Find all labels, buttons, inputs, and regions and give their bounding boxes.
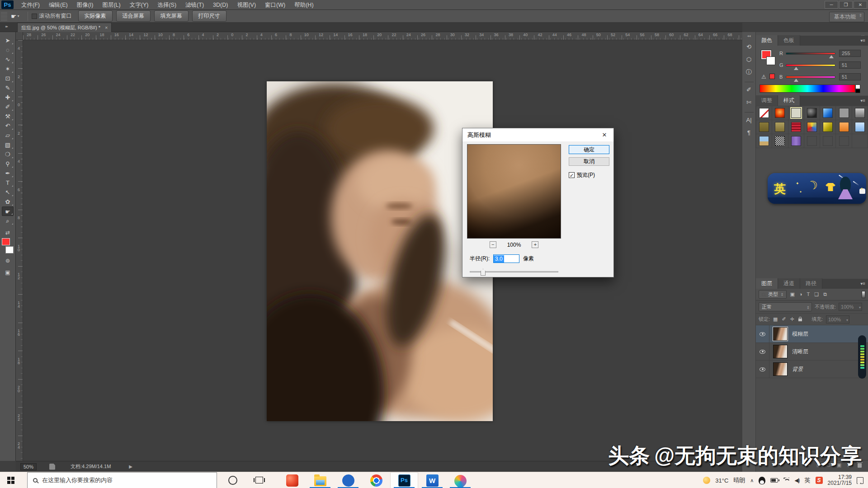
close-button[interactable]: ✕ [854, 1, 867, 9]
dodge-tool[interactable]: ⚲ [2, 159, 14, 169]
layers-footer-icon[interactable]: ❏ [847, 462, 852, 468]
menu-item[interactable]: 选择(S) [153, 0, 180, 10]
style-swatch[interactable] [852, 106, 868, 120]
character-panel-icon[interactable]: A| [744, 115, 755, 126]
eyedropper-tool[interactable]: ✎ [2, 83, 14, 93]
layer-filter-toggle[interactable] [862, 291, 865, 298]
screen-mode-icon[interactable]: ▣ [2, 268, 14, 277]
menu-item[interactable]: 编辑(E) [45, 0, 72, 10]
taskbar-app-office[interactable] [278, 472, 306, 488]
layer-filter-icon[interactable]: ❑ [814, 291, 819, 297]
speaker-icon[interactable]: ◀) [794, 477, 799, 483]
magic-wand-tool[interactable]: ✶ [2, 64, 14, 74]
web-color-swatch[interactable] [769, 74, 775, 79]
options-button[interactable]: 填充屏幕 [154, 10, 189, 22]
taskbar-app-file-explorer[interactable] [306, 472, 334, 488]
lock-icon[interactable] [798, 319, 802, 321]
lock-type-icon[interactable]: ✛ [790, 316, 794, 322]
layer-row[interactable]: 清晰层 [756, 343, 868, 361]
background-swatch[interactable] [5, 246, 14, 253]
pen-tool[interactable]: ✒ [2, 169, 14, 178]
tab-色板[interactable]: 色板 [778, 35, 800, 46]
status-arrow-icon[interactable]: ▶ [129, 464, 132, 469]
fill-dropdown[interactable]: 100% [826, 315, 849, 324]
layer-thumbnail[interactable] [773, 362, 788, 376]
channel-slider[interactable] [786, 64, 835, 66]
slider-thumb[interactable] [794, 79, 798, 82]
menu-item[interactable]: 滤镜(T) [181, 0, 208, 10]
custom-shape-tool[interactable]: ✿ [2, 197, 14, 206]
style-swatch[interactable] [804, 134, 820, 148]
start-button[interactable] [0, 472, 22, 488]
hand-tool[interactable]: ☛ [2, 206, 14, 216]
radius-input[interactable]: 3.0 [493, 254, 519, 263]
visibility-cell[interactable] [756, 325, 769, 343]
tab-通道[interactable]: 通道 [778, 278, 800, 289]
ok-button[interactable]: 确定 [569, 145, 609, 154]
style-swatch[interactable] [772, 106, 788, 120]
eye-icon[interactable] [760, 350, 765, 354]
slider-thumb[interactable] [481, 269, 486, 276]
qq-icon[interactable] [759, 477, 765, 484]
zoom-out-button[interactable]: − [490, 241, 496, 248]
weather-sun-icon[interactable] [703, 477, 710, 484]
layer-thumbnail[interactable] [773, 327, 788, 341]
style-swatch[interactable] [788, 134, 804, 148]
path-select-tool[interactable]: ↖ [2, 188, 14, 197]
restore-button[interactable]: ❐ [839, 1, 853, 9]
quick-mask-icon[interactable]: ⊚ [2, 256, 14, 265]
3d-panel-icon[interactable]: ⬡ [744, 54, 755, 65]
cancel-button[interactable]: 取消 [569, 157, 609, 166]
menu-item[interactable]: 图层(L) [98, 0, 124, 10]
status-zoom-level[interactable]: 50% [20, 463, 37, 470]
visibility-cell[interactable] [756, 361, 769, 378]
style-swatch[interactable] [804, 120, 820, 134]
taskbar-app-paint-3d[interactable] [446, 472, 474, 488]
crop-tool[interactable]: ⊡ [2, 74, 14, 83]
clone-stamp-tool[interactable]: ⚒ [2, 112, 14, 121]
info-panel-icon[interactable]: ⓘ [744, 67, 755, 78]
taskbar-app-photoshop[interactable]: Ps [390, 472, 418, 488]
taskbar-app-word[interactable]: W [418, 472, 446, 488]
eraser-tool[interactable]: ▱ [2, 131, 14, 140]
layers-footer-icon[interactable]: ▣ [837, 462, 841, 468]
close-tab-icon[interactable]: × [105, 23, 108, 32]
paragraph-panel-icon[interactable]: ¶ [744, 127, 755, 138]
layers-footer-icon[interactable]: ⚭ [807, 462, 811, 468]
taskbar-app-chrome[interactable] [362, 472, 390, 488]
chevron-down-icon[interactable]: ▾ [18, 14, 19, 18]
menu-item[interactable]: 文件(F) [17, 0, 44, 10]
menu-item[interactable]: 视图(V) [233, 0, 260, 10]
channel-slider[interactable] [786, 76, 835, 78]
move-tool[interactable]: ➤ [2, 36, 14, 45]
layer-filter-icon[interactable]: ▣ [790, 291, 795, 297]
tab-图层[interactable]: 图层 [756, 278, 778, 289]
menu-item[interactable]: 帮助(H) [290, 0, 317, 10]
style-swatch[interactable] [852, 120, 868, 134]
style-swatch[interactable] [836, 134, 851, 148]
weather-temperature[interactable]: 31°C [715, 477, 728, 484]
toolbar-collapse-icon[interactable]: ▸▸ [5, 24, 7, 28]
battery-icon[interactable] [770, 478, 778, 483]
document-image[interactable] [267, 81, 493, 421]
layer-filter-icon[interactable]: ◑ [799, 291, 802, 297]
dock-collapse-icon[interactable]: ◂◂ [747, 34, 750, 38]
foreground-swatch[interactable] [2, 238, 10, 245]
panel-menu-icon[interactable]: ▾≡ [860, 38, 865, 43]
lasso-tool[interactable]: ∿ [2, 55, 14, 64]
layer-row[interactable]: 模糊层 [756, 325, 868, 343]
swap-colors-icon[interactable]: ⇄ [2, 228, 14, 237]
input-method-indicator[interactable]: 英 [805, 476, 811, 484]
preview-checkbox[interactable]: ✓ [569, 172, 575, 178]
style-swatch[interactable] [788, 106, 804, 120]
brush-tool[interactable]: ✐ [2, 102, 14, 112]
eye-icon[interactable] [760, 367, 765, 371]
style-swatch[interactable] [788, 120, 804, 134]
style-swatch[interactable] [804, 106, 820, 120]
style-swatch[interactable] [772, 134, 788, 148]
layer-filter-icon[interactable]: ⧉ [823, 291, 827, 297]
tool-presets-panel-icon[interactable]: ✄ [744, 97, 755, 108]
slider-thumb[interactable] [794, 67, 798, 70]
zoom-in-button[interactable]: + [532, 241, 538, 248]
lock-type-icon[interactable]: ▦ [773, 316, 778, 322]
